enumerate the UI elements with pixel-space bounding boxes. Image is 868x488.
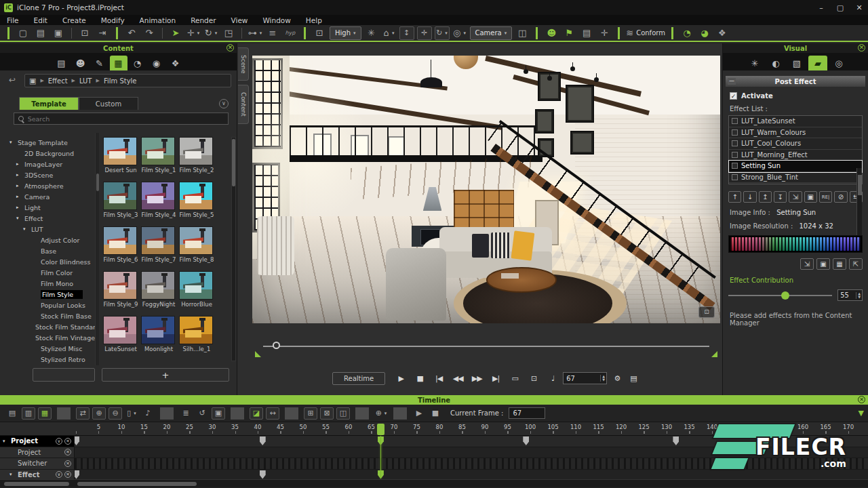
track-content-scroll-thumb[interactable]: [77, 482, 197, 486]
track-content[interactable]: [75, 447, 868, 458]
tab-actor[interactable]: ☻: [72, 56, 90, 70]
tree-item[interactable]: ▾ LUT: [9, 224, 95, 235]
add-clip-icon[interactable]: ⊕: [92, 407, 106, 420]
tree-item[interactable]: Stock Film Standard: [9, 321, 95, 332]
delete-key-icon[interactable]: ⊠: [320, 407, 334, 420]
thumbnail[interactable]: Film Style_5: [179, 182, 214, 218]
save-file-icon[interactable]: ▣: [51, 26, 66, 40]
thumbnail[interactable]: Desert Sun: [103, 137, 138, 174]
tree-item[interactable]: Film Color: [9, 267, 95, 278]
soft-cloth-icon[interactable]: ◕: [697, 26, 712, 40]
home-view-icon[interactable]: ⌂: [382, 26, 397, 40]
track-names-scroll-thumb[interactable]: [4, 482, 69, 486]
clip-marker[interactable]: [75, 470, 79, 479]
ruler-playhead[interactable]: [377, 424, 384, 435]
caption-button[interactable]: ⊡: [528, 374, 540, 383]
timeline-toolbar-icon[interactable]: [285, 407, 298, 420]
load-lut-button[interactable]: ⇲: [800, 258, 814, 270]
link-icon[interactable]: ⊶: [248, 26, 262, 40]
effect-checkbox[interactable]: [732, 152, 738, 158]
effect-row[interactable]: LUT_Warm_Colours: [729, 127, 862, 139]
tree-expand-icon[interactable]: ▸: [16, 161, 22, 167]
thumbnail[interactable]: Film Style_1: [141, 137, 176, 174]
prev-frame-button[interactable]: ◀◀: [452, 374, 464, 383]
tree-item[interactable]: ▾ Effect: [9, 213, 95, 224]
tab-animation[interactable]: ✎: [91, 56, 108, 70]
tree-item[interactable]: 2D Background: [9, 148, 95, 159]
thumbnail[interactable]: Film Style_2: [179, 137, 214, 174]
scrubber-knob[interactable]: [273, 342, 280, 349]
effect-contribution-slider[interactable]: [728, 291, 832, 300]
menu-item[interactable]: Create: [62, 16, 86, 24]
tree-item[interactable]: Stock Film Vintage: [9, 332, 95, 343]
camcorder-icon[interactable]: ◫: [515, 26, 530, 40]
tab-post-effect[interactable]: ▰: [808, 56, 827, 70]
viewport-3d-scene[interactable]: ⊡: [252, 56, 720, 323]
add-content-button[interactable]: +: [102, 368, 229, 382]
current-frame-input[interactable]: [509, 409, 545, 417]
physics-object-icon[interactable]: ◔: [679, 26, 694, 40]
dock-tab[interactable]: Content: [238, 85, 249, 124]
track-chevron-icon[interactable]: ∨: [56, 471, 62, 478]
tab-stage[interactable]: ▦: [110, 56, 127, 70]
load-effect-button[interactable]: ⇲: [789, 191, 802, 203]
focus-center-icon[interactable]: ✛: [417, 26, 432, 40]
minimize-button[interactable]: –: [816, 3, 826, 12]
timeline-stop-icon[interactable]: ■: [429, 407, 442, 420]
thumbnail[interactable]: Film Style_8: [179, 226, 214, 263]
range-start-marker[interactable]: [255, 351, 261, 357]
track-close-icon[interactable]: ✕: [64, 438, 71, 445]
open-file-icon[interactable]: ▤: [33, 26, 48, 40]
toolbar-icon[interactable]: [7, 27, 9, 39]
attach-icon[interactable]: ≡: [265, 26, 280, 40]
thumbnail[interactable]: Film Style_3: [103, 182, 138, 218]
break-clip-icon[interactable]: ◫: [336, 407, 350, 420]
tree-expand-icon[interactable]: ▾: [9, 140, 15, 145]
toolbar-icon[interactable]: [671, 27, 673, 39]
track-list-icon[interactable]: ▤: [5, 407, 19, 420]
save-lut-button[interactable]: ▣: [816, 258, 830, 270]
quality-dropdown[interactable]: High: [330, 26, 361, 40]
menu-item[interactable]: Render: [191, 16, 216, 24]
tree-item[interactable]: ▸ Camera: [9, 191, 95, 202]
frame-spinner[interactable]: ▲▼: [600, 375, 606, 382]
pivot-icon[interactable]: ✛: [597, 26, 612, 40]
tree-item[interactable]: ▸ 3DScene: [9, 169, 95, 180]
tree-item[interactable]: ▾ Stage Template: [9, 137, 95, 148]
brightness-icon[interactable]: ✳: [364, 26, 379, 40]
breadcrumb[interactable]: ▣ ▶ Effect ▶ LUT ▶ Film Style: [24, 74, 231, 87]
effect-list-scrollbar[interactable]: [856, 168, 862, 237]
select-tool-icon[interactable]: ➤: [168, 26, 183, 40]
tree-item[interactable]: Base: [9, 245, 95, 256]
clip-marker[interactable]: [260, 470, 266, 479]
timeline-close-icon[interactable]: ✕: [858, 396, 865, 403]
thumbnail[interactable]: Silh...le_1: [179, 316, 214, 352]
effect-checkbox[interactable]: [732, 118, 738, 124]
first-frame-button[interactable]: |◀: [433, 374, 445, 383]
maximize-button[interactable]: ▢: [835, 3, 845, 12]
mark-button[interactable]: ♩: [547, 374, 559, 383]
effect-checkbox[interactable]: ✓: [732, 163, 738, 169]
tree-item[interactable]: Stylized Retro: [9, 354, 95, 365]
track-content[interactable]: [75, 470, 868, 481]
menu-item[interactable]: Help: [306, 16, 322, 24]
tree-expand-icon[interactable]: ▾: [16, 216, 22, 221]
track-expand-icon[interactable]: ▾: [3, 439, 8, 444]
new-file-icon[interactable]: ▢: [16, 26, 31, 40]
clipboard-icon[interactable]: ▤: [579, 26, 594, 40]
constraint-icon[interactable]: ❖: [715, 26, 730, 40]
thumbnail[interactable]: LateSunset: [103, 316, 138, 352]
tree-item[interactable]: Stylized Misc: [9, 343, 95, 354]
hyperlink-icon[interactable]: hyp: [283, 26, 298, 40]
tab-shadow[interactable]: ◐: [766, 56, 785, 70]
activate-checkbox[interactable]: ✓: [730, 92, 737, 100]
delete-effect-button[interactable]: ⊘: [834, 191, 847, 203]
track-name-cell[interactable]: Switcher ✕: [0, 458, 75, 469]
track-name-cell[interactable]: Project ✕: [0, 447, 75, 458]
tab-template[interactable]: Template: [19, 97, 79, 110]
effect-contribution-input[interactable]: [838, 291, 856, 299]
tree-item[interactable]: Color Blindness: [9, 256, 95, 267]
thumbnail[interactable]: Film Style_6: [103, 226, 138, 263]
tab-props[interactable]: ❖: [167, 56, 184, 70]
tab-lens[interactable]: ◎: [829, 56, 848, 70]
